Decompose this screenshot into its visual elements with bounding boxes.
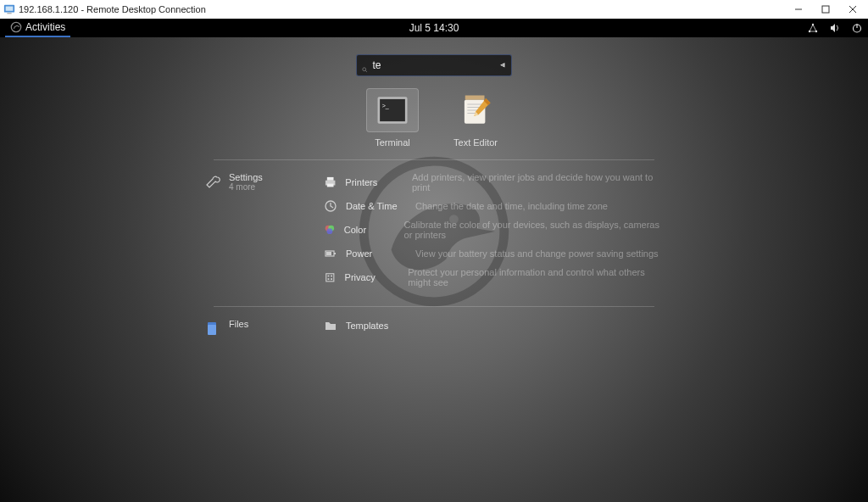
app-text-editor[interactable]: Text Editor <box>447 88 504 148</box>
app-label: Terminal <box>364 137 421 148</box>
svg-rect-2 <box>7 13 11 14</box>
svg-point-34 <box>326 228 332 234</box>
svg-point-7 <box>11 22 20 31</box>
svg-rect-41 <box>328 278 330 280</box>
svg-rect-39 <box>328 275 330 276</box>
setting-color[interactable]: Color Calibrate the color of your device… <box>324 220 663 240</box>
remote-desktop: Activities Jul 5 14:30 <box>0 19 868 502</box>
distro-icon <box>10 21 22 33</box>
svg-rect-29 <box>327 177 334 181</box>
svg-rect-40 <box>331 275 332 276</box>
files-category[interactable]: Files <box>205 319 324 339</box>
settings-header-sub: 4 more <box>229 182 263 192</box>
gnome-top-panel: Activities Jul 5 14:30 <box>0 19 868 37</box>
search-icon <box>362 60 367 70</box>
maximize-button[interactable] <box>812 1 839 18</box>
activities-overview: >_ Terminal <box>0 37 868 502</box>
activities-label: Activities <box>25 21 65 33</box>
window-title: 192.168.1.120 - Remote Desktop Connectio… <box>19 4 206 14</box>
svg-point-15 <box>363 67 366 70</box>
files-section: Files Templates <box>205 319 663 339</box>
svg-rect-30 <box>327 184 334 187</box>
divider <box>214 159 654 160</box>
file-templates[interactable]: Templates <box>324 319 663 332</box>
text-editor-icon <box>458 92 493 128</box>
settings-header-label: Settings <box>229 172 263 182</box>
svg-line-16 <box>365 70 367 72</box>
setting-printers[interactable]: Printers Add printers, view printer jobs… <box>324 172 663 192</box>
printer-icon <box>324 176 337 189</box>
clock-icon <box>324 199 337 213</box>
window-titlebar: 192.168.1.120 - Remote Desktop Connectio… <box>0 0 868 19</box>
privacy-icon <box>324 271 337 284</box>
wrench-icon <box>205 174 220 189</box>
volume-icon[interactable] <box>829 22 841 34</box>
search-box[interactable] <box>356 54 512 76</box>
search-input[interactable] <box>372 59 499 71</box>
svg-rect-1 <box>6 7 14 11</box>
activities-button[interactable]: Activities <box>5 19 70 37</box>
app-results: >_ Terminal <box>0 88 868 148</box>
close-button[interactable] <box>839 1 866 18</box>
terminal-icon: >_ <box>375 92 410 128</box>
files-icon <box>205 321 220 336</box>
setting-datetime[interactable]: Date & Time Change the date and time, in… <box>324 199 663 213</box>
app-terminal[interactable]: >_ Terminal <box>364 88 421 148</box>
battery-icon <box>324 247 337 260</box>
minimize-button[interactable] <box>785 1 812 18</box>
svg-rect-42 <box>331 278 332 280</box>
svg-text:>_: >_ <box>382 103 389 109</box>
rdp-icon <box>3 3 15 15</box>
setting-power[interactable]: Power View your battery status and chang… <box>324 247 663 260</box>
network-icon[interactable] <box>807 22 819 34</box>
svg-rect-36 <box>334 253 336 254</box>
power-icon[interactable] <box>851 22 863 34</box>
svg-rect-44 <box>208 325 216 335</box>
color-icon <box>324 223 336 237</box>
folder-icon <box>324 319 337 332</box>
app-label: Text Editor <box>447 137 504 148</box>
system-tray[interactable] <box>807 22 863 34</box>
divider <box>214 306 654 307</box>
settings-category[interactable]: Settings 4 more <box>205 172 324 294</box>
svg-rect-37 <box>326 252 331 255</box>
files-header-label: Files <box>229 319 248 329</box>
setting-privacy[interactable]: Privacy Protect your personal informatio… <box>324 267 663 287</box>
svg-rect-38 <box>326 273 334 281</box>
clear-search-icon[interactable] <box>499 59 506 71</box>
svg-rect-4 <box>822 6 829 13</box>
clock[interactable]: Jul 5 14:30 <box>409 22 459 34</box>
settings-section: Settings 4 more Printers Add printers, v… <box>205 172 663 294</box>
svg-rect-22 <box>465 96 485 100</box>
